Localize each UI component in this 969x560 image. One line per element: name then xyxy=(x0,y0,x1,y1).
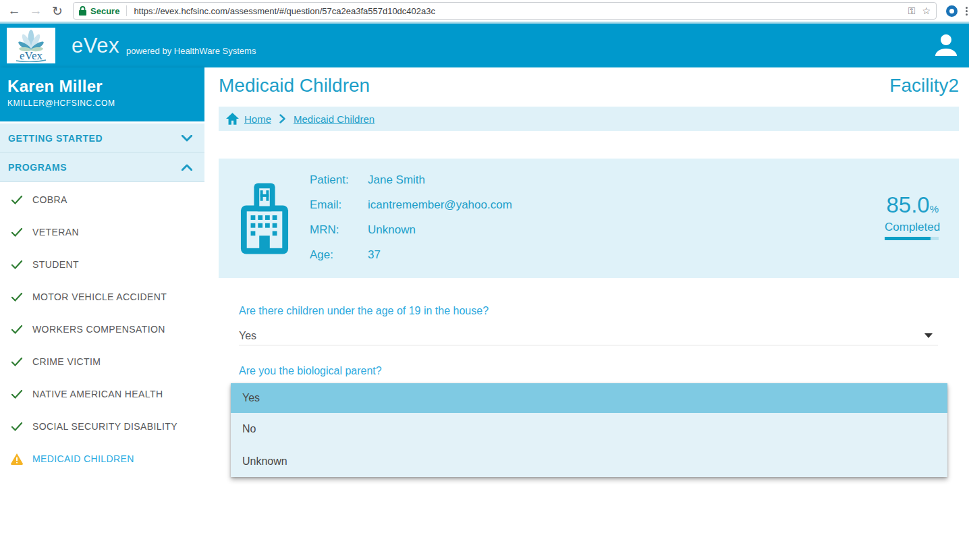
evex-logo: eVex xyxy=(7,28,55,63)
title-row: Medicaid Children Facility2 xyxy=(219,75,959,96)
section-label: PROGRAMS xyxy=(8,162,67,173)
program-label: MOTOR VEHICLE ACCIDENT xyxy=(32,291,167,302)
breadcrumb-separator-icon xyxy=(279,114,285,123)
select-dropdown-arrow-icon xyxy=(924,333,933,338)
breadcrumb-current-link[interactable]: Medicaid Children xyxy=(294,113,375,125)
chevron-up-icon xyxy=(182,164,192,171)
patient-fields: Patient: Jane Smith Email: icantremember… xyxy=(310,172,512,262)
sidebar-item-student[interactable]: STUDENT xyxy=(0,248,204,281)
check-icon xyxy=(10,193,24,206)
app-header: eVex eVex powered by HealthWare Systems xyxy=(0,24,969,67)
back-icon[interactable]: ← xyxy=(7,3,22,18)
mrn-label: MRN: xyxy=(310,222,368,237)
program-label: MEDICAID CHILDREN xyxy=(32,453,134,464)
patient-label: Patient: xyxy=(310,172,368,188)
sidebar-item-motor-vehicle-accident[interactable]: MOTOR VEHICLE ACCIDENT xyxy=(0,281,204,313)
patient-value: Jane Smith xyxy=(368,172,512,188)
check-icon xyxy=(10,387,24,401)
browser-chrome: ← → ↻ Secure https://evex.hcfsinc.com/as… xyxy=(0,0,969,24)
chevron-down-icon xyxy=(182,135,192,142)
warning-icon xyxy=(10,452,24,466)
sidebar-item-medicaid-children[interactable]: MEDICAID CHILDREN xyxy=(0,443,204,475)
user-name: Karen Miller xyxy=(7,77,196,96)
percent-sign: % xyxy=(930,203,939,215)
check-icon xyxy=(10,323,24,336)
page-title: Medicaid Children xyxy=(219,75,370,96)
hospital-icon xyxy=(240,181,289,256)
sidebar-section-getting-started[interactable]: GETTING STARTED xyxy=(0,123,204,152)
dropdown-option-yes[interactable]: Yes xyxy=(231,383,947,413)
program-label: NATIVE AMERICAN HEALTH xyxy=(32,389,163,399)
check-icon xyxy=(10,258,24,271)
program-label: WORKERS COMPENSATION xyxy=(32,324,165,335)
program-label: SOCIAL SECURITY DISABILITY xyxy=(32,421,177,432)
user-email: KMILLER@HCFSINC.COM xyxy=(7,99,196,108)
sidebar-item-native-american-health[interactable]: NATIVE AMERICAN HEALTH xyxy=(0,378,204,410)
facility-label: Facility2 xyxy=(889,75,959,96)
breadcrumb: Home Medicaid Children xyxy=(219,107,959,131)
age-label: Age: xyxy=(310,247,368,262)
refresh-icon[interactable]: ↻ xyxy=(50,3,65,18)
main-content: Medicaid Children Facility2 Home Medicai… xyxy=(204,67,969,560)
secure-label: Secure xyxy=(90,6,119,16)
progress-bar xyxy=(885,237,939,240)
select-value: Yes xyxy=(239,330,256,342)
dropdown-option-no[interactable]: No xyxy=(231,413,947,445)
sidebar-item-veteran[interactable]: VETERAN xyxy=(0,216,204,248)
url-bar[interactable]: Secure https://evex.hcfsinc.com/assessme… xyxy=(73,2,937,20)
program-label: COBRA xyxy=(32,194,67,205)
forward-icon[interactable]: → xyxy=(28,3,43,18)
biological-parent-dropdown: Yes No Unknown xyxy=(231,383,947,477)
secure-badge[interactable]: Secure xyxy=(79,6,119,16)
app-tagline: powered by HealthWare Systems xyxy=(126,46,256,56)
progress-percent: 85.0 xyxy=(886,192,929,217)
dropdown-option-unknown[interactable]: Unknown xyxy=(231,445,947,477)
password-key-icon[interactable]: ⚿ xyxy=(908,5,916,17)
program-label: VETERAN xyxy=(32,227,79,237)
browser-menu-icon[interactable] xyxy=(966,7,968,16)
check-icon xyxy=(10,290,24,304)
age-value: 37 xyxy=(368,247,512,262)
program-label: STUDENT xyxy=(32,259,79,270)
bookmark-star-icon[interactable]: ☆ xyxy=(922,5,931,16)
check-icon xyxy=(10,420,24,433)
breadcrumb-home-link[interactable]: Home xyxy=(244,113,271,125)
url-text[interactable]: https://evex.hcfsinc.com/assessment/#/qu… xyxy=(134,6,901,16)
sidebar-item-cobra[interactable]: COBRA xyxy=(0,184,204,216)
question-children-under-19: Are there children under the age of 19 i… xyxy=(239,305,489,317)
patient-info-card: Patient: Jane Smith Email: icantremember… xyxy=(219,159,959,278)
completion-progress: 85.0% Completed xyxy=(885,192,939,240)
sidebar-item-workers-compensation[interactable]: WORKERS COMPENSATION xyxy=(0,313,204,345)
email-value: icantremember@yahoo.com xyxy=(368,197,512,213)
sidebar-section-programs[interactable]: PROGRAMS xyxy=(0,152,204,182)
evex-logo-graphic: eVex xyxy=(9,30,53,62)
progress-label: Completed xyxy=(885,221,939,234)
lock-icon xyxy=(79,6,86,16)
sidebar-item-crime-victim[interactable]: CRIME VICTIM xyxy=(0,345,204,378)
check-icon xyxy=(10,225,24,239)
program-label: CRIME VICTIM xyxy=(32,356,101,367)
check-icon xyxy=(10,355,24,368)
mrn-value: Unknown xyxy=(368,222,512,237)
children-under-19-select[interactable]: Yes xyxy=(239,327,938,345)
programs-list: COBRA VETERAN STUDENT MOTOR VEHICLE ACCI… xyxy=(0,182,204,475)
app-name: eVex xyxy=(72,34,119,58)
home-icon[interactable] xyxy=(226,113,239,125)
section-label: GETTING STARTED xyxy=(8,133,103,144)
sidebar: Karen Miller KMILLER@HCFSINC.COM GETTING… xyxy=(0,67,204,560)
extension-icon[interactable] xyxy=(946,5,958,17)
sidebar-item-social-security-disability[interactable]: SOCIAL SECURITY DISABILITY xyxy=(0,410,204,443)
progress-bar-fill xyxy=(885,237,931,240)
sidebar-user-block: Karen Miller KMILLER@HCFSINC.COM xyxy=(0,67,204,121)
svg-text:eVex: eVex xyxy=(20,49,43,62)
email-label: Email: xyxy=(310,197,368,213)
user-account-icon[interactable] xyxy=(933,32,960,59)
question-biological-parent: Are you the biological parent? xyxy=(239,365,382,377)
url-separator xyxy=(126,5,127,16)
